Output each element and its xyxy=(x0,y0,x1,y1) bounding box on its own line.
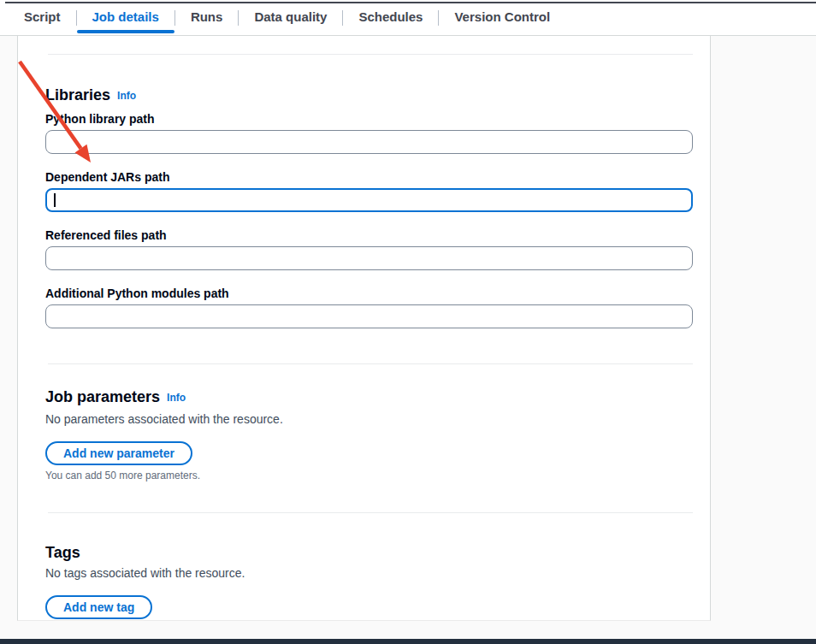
job-parameters-helper-text: You can add 50 more parameters. xyxy=(45,470,200,482)
job-parameters-heading: Job parameters xyxy=(45,388,160,406)
tab-data-quality[interactable]: Data quality xyxy=(239,0,342,36)
tags-heading: Tags xyxy=(45,544,80,562)
job-parameters-section-title: Job parameters Info xyxy=(45,388,186,406)
libraries-heading: Libraries xyxy=(45,86,110,104)
dependent-jars-path-label: Dependent JARs path xyxy=(45,170,169,184)
python-library-path-label: Python library path xyxy=(45,112,155,126)
section-divider xyxy=(48,363,693,364)
python-library-path-input[interactable] xyxy=(45,130,693,154)
add-new-parameter-button[interactable]: Add new parameter xyxy=(45,441,192,465)
referenced-files-path-input[interactable] xyxy=(45,246,693,270)
tab-job-details[interactable]: Job details xyxy=(77,0,174,36)
add-new-tag-button[interactable]: Add new tag xyxy=(45,595,152,619)
job-tabs-bar: Script Job details Runs Data quality Sch… xyxy=(0,0,816,36)
referenced-files-path-label: Referenced files path xyxy=(45,228,167,242)
tab-script[interactable]: Script xyxy=(24,0,76,36)
additional-python-modules-path-label: Additional Python modules path xyxy=(45,287,229,300)
tab-schedules[interactable]: Schedules xyxy=(343,0,438,36)
tags-section-title: Tags xyxy=(45,544,80,562)
additional-python-modules-path-input[interactable] xyxy=(45,304,693,328)
tab-runs[interactable]: Runs xyxy=(175,0,239,36)
content-panel: Libraries Info Python library path Depen… xyxy=(17,36,711,621)
glue-job-details-screen: Script Job details Runs Data quality Sch… xyxy=(0,0,816,644)
dependent-jars-path-input[interactable] xyxy=(45,188,693,212)
section-divider xyxy=(48,512,693,513)
tags-empty-text: No tags associated with the resource. xyxy=(45,566,245,580)
job-parameters-empty-text: No parameters associated with the resour… xyxy=(45,412,283,426)
libraries-info-link[interactable]: Info xyxy=(117,90,136,102)
text-cursor xyxy=(54,193,56,207)
job-parameters-info-link[interactable]: Info xyxy=(167,392,186,404)
footer-bar xyxy=(0,639,816,644)
tab-version-control[interactable]: Version Control xyxy=(439,0,565,36)
libraries-section-title: Libraries Info xyxy=(45,86,136,104)
section-divider xyxy=(48,54,693,55)
dependent-jars-path-input-wrap xyxy=(45,188,693,212)
